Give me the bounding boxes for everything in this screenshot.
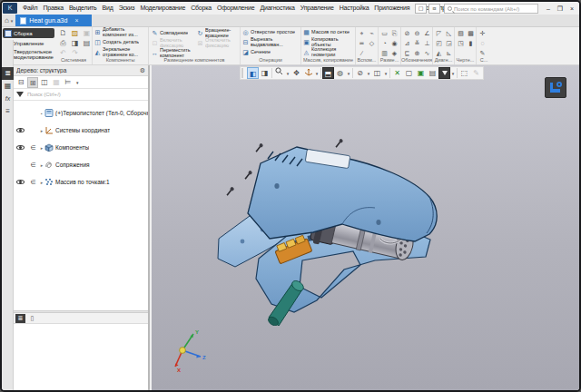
tree-search-input[interactable]: Поиск (Ctrl+/)	[27, 92, 61, 97]
orientation-button[interactable]	[545, 77, 566, 98]
document-tab[interactable]: Heat gun.a3d ×	[15, 15, 92, 26]
tab-close-icon[interactable]: ×	[74, 17, 78, 24]
subpanel-doc-icon[interactable]: ▯	[27, 314, 37, 323]
menu-settings[interactable]: Настройка	[337, 2, 372, 15]
filter-funnel-icon[interactable]	[16, 92, 24, 97]
chevron-down-icon[interactable]: ▾	[450, 71, 456, 76]
desig-icon[interactable]: ≚	[412, 38, 422, 48]
draw-icon[interactable]: ▮	[466, 38, 476, 48]
aux-icon[interactable]: ◇	[367, 38, 377, 48]
aux-icon[interactable]: ⌖	[357, 28, 367, 38]
menu-management[interactable]: Управление	[298, 2, 337, 15]
viewport-3d[interactable]: ◧ ◨ ▾ ✥ ▾ ⬒ ◍ ▾ ⊘ ▾ ◫ ▾ ✕ ▢ ▣ ▤	[152, 65, 579, 390]
dim-icon[interactable]: ▭	[379, 28, 389, 38]
simple-hole-button[interactable]: ◎ Отверстие простое	[241, 27, 300, 37]
diag-icon[interactable]: ◺	[444, 28, 454, 38]
show-planes-icon[interactable]: ◧	[247, 67, 259, 79]
menu-view[interactable]: Вид	[100, 2, 116, 15]
close-button[interactable]: ×	[566, 4, 577, 14]
menu-file[interactable]: Файл	[20, 2, 40, 15]
diag-icon[interactable]: ◲	[444, 38, 454, 48]
draw-icon[interactable]: ▩	[466, 28, 476, 38]
disable-fix-button[interactable]: ⊠ Отключить фиксацию	[195, 38, 240, 48]
rebuild-icon[interactable]: ✕	[391, 67, 403, 79]
hide-objects-icon[interactable]: ⊘	[354, 67, 366, 79]
tab-assembly[interactable]: Сборка	[3, 28, 54, 38]
orbit-icon[interactable]	[302, 67, 314, 79]
save-icon[interactable]: ▣	[81, 28, 93, 38]
preview-icon[interactable]: ◨	[69, 38, 81, 48]
tree-row-components[interactable]: ∈ ▸ Компоненты	[14, 139, 148, 156]
layout-toggle-button[interactable]: ▢	[415, 4, 427, 14]
menu-layout[interactable]: Оформление	[214, 2, 257, 15]
rotation-mate-button[interactable]: ↻ Вращение-вращение	[195, 28, 240, 38]
menu-applications[interactable]: Приложения	[371, 2, 412, 15]
refresh-model-icon[interactable]: ▣	[415, 67, 427, 79]
draw-icon[interactable]: ▧	[456, 28, 466, 38]
toolbar-grip[interactable]	[241, 68, 245, 78]
parameters-panel-icon[interactable]: ▦	[2, 80, 14, 93]
menu-edit[interactable]: Правка	[40, 2, 65, 15]
menu-modeling[interactable]: Моделирование	[137, 2, 188, 15]
sketch-pencil-icon[interactable]: ✎	[470, 67, 482, 79]
create-part-button[interactable]: ◫ Создать деталь	[93, 37, 148, 47]
geometry-collection-button[interactable]: ◬ Коллекция геометрии	[301, 47, 355, 57]
eye-icon[interactable]	[16, 145, 25, 150]
aux-icon[interactable]: ⌁	[367, 28, 377, 38]
filter-icon[interactable]	[438, 67, 450, 79]
new-document-icon[interactable]: 🗋	[57, 28, 69, 38]
wireframe-mode-icon[interactable]: ◍	[334, 67, 346, 79]
mirror-component-button[interactable]: ◭ Зеркальное отражение ко...	[93, 47, 148, 57]
section-button[interactable]: ◪ Сечение	[241, 47, 300, 57]
copy-objects-button[interactable]: ▣ Копировать объекты	[301, 37, 355, 47]
subpanel-tree-icon[interactable]: ≣	[15, 314, 25, 323]
show-planes-alt-icon[interactable]: ◨	[259, 67, 271, 79]
doc-properties-icon[interactable]: ▤	[81, 38, 93, 48]
open-folder-icon[interactable]: ▨	[69, 28, 81, 38]
tree-row-point-pattern[interactable]: ∈ ▸ Массив по точкам:1	[14, 173, 148, 191]
grid-pattern-button[interactable]: ▦ Массив по сетке	[301, 27, 355, 37]
section-view-icon[interactable]: ◫	[371, 67, 383, 79]
dim-icon[interactable]: ⎘	[389, 28, 399, 38]
tree-composition-icon[interactable]: ⊞	[27, 77, 38, 88]
menu-assembly[interactable]: Сборка	[188, 2, 214, 15]
eye-icon[interactable]	[16, 128, 25, 132]
add-component-button[interactable]: ⊞ Добавить компонент из...	[93, 27, 148, 37]
misc-icon[interactable]: ◌	[478, 38, 487, 48]
shaded-mode-icon[interactable]: ⬒	[322, 67, 334, 79]
restore-button[interactable]: ❒	[555, 4, 566, 14]
pan-icon[interactable]: ✥	[290, 67, 302, 79]
select-frame-icon[interactable]: ⬚	[458, 67, 470, 79]
chevron-down-icon[interactable]: ▾	[76, 80, 79, 85]
home-button[interactable]: ⌂ ▾	[2, 15, 15, 26]
tree-relations-icon[interactable]: ◫	[39, 77, 50, 88]
chevron-down-icon[interactable]: ▾	[346, 71, 351, 76]
dim-icon[interactable]: ◔	[379, 38, 389, 48]
list-panel-icon[interactable]: ≡	[2, 105, 14, 118]
tree-row-mates[interactable]: ∈ ▸ Сопряжения	[14, 156, 148, 173]
menu-sketch[interactable]: Эскиз	[116, 2, 138, 15]
diag-icon[interactable]: ◸	[434, 28, 444, 38]
report-icon[interactable]: ▤	[427, 67, 438, 79]
zoom-icon[interactable]	[273, 67, 285, 79]
desig-icon[interactable]: ⊿	[402, 38, 412, 48]
dim-icon[interactable]: ◉	[389, 38, 399, 48]
bounding-box-icon[interactable]: ▢	[403, 67, 415, 79]
coincident-mate-button[interactable]: ✎ Совпадение	[150, 28, 194, 38]
tree-grid-icon[interactable]: ▦	[51, 77, 62, 88]
tree-panel-icon[interactable]: ≣	[2, 67, 14, 80]
minimize-button[interactable]: –	[543, 4, 554, 14]
aux-icon[interactable]: ≂	[357, 38, 367, 48]
tree-row-root[interactable]: ▪ (+)Термопистолет (Тел-0, Сборочны	[14, 104, 148, 122]
tree-row-coordinate-systems[interactable]: ▸ Системы координат	[14, 122, 148, 139]
variables-panel-icon[interactable]: fx	[2, 93, 14, 105]
desig-icon[interactable]: ∠	[422, 28, 432, 38]
desig-icon[interactable]: ⊥	[422, 38, 432, 48]
desig-icon[interactable]: ⊘	[402, 28, 412, 38]
command-search-input[interactable]: Поиск по командам (Alt+/)	[444, 4, 538, 14]
tree-filter-mode-icon[interactable]: ⊨	[63, 77, 74, 88]
print-icon[interactable]: ⎙	[57, 38, 69, 48]
diag-icon[interactable]: ◰	[434, 38, 444, 48]
app-logo-icon[interactable]: K	[3, 3, 17, 14]
misc-icon[interactable]: ✛	[478, 28, 487, 38]
